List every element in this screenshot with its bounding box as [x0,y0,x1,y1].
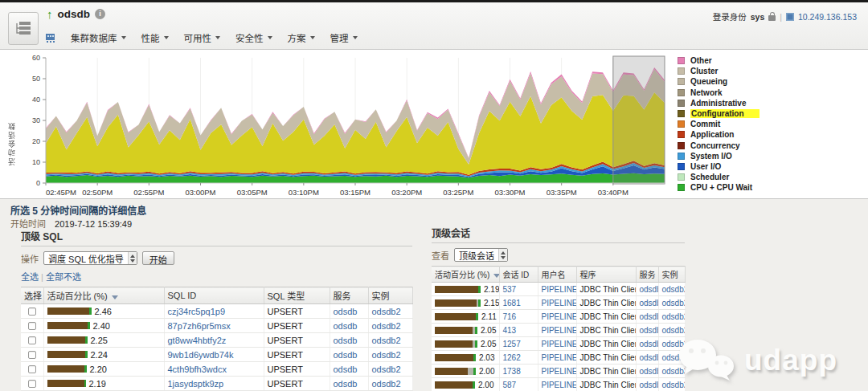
instance-link[interactable]: odsdb2 [372,307,401,316]
host-ip-link[interactable]: 10.249.136.153 [798,12,857,22]
service-link[interactable]: odsdb [334,307,358,316]
service-link[interactable]: odsdb [640,353,659,362]
instance-link[interactable]: odsdb2 [662,299,686,308]
sql_id-link[interactable]: 9wb1d6ywdb74k [168,350,234,360]
column-header-service[interactable]: 服务 [330,287,368,304]
instance-link[interactable]: odsdb2 [662,353,686,362]
instance-link[interactable]: odsdb2 [662,340,686,348]
session_id-link[interactable]: 587 [503,381,517,389]
row-checkbox[interactable] [28,380,36,388]
legend-item[interactable]: Network [678,88,840,98]
sessions-view-select[interactable]: 顶级会话 [454,248,508,262]
legend-item[interactable]: Administrative [678,98,840,108]
legend-item[interactable]: System I/O [678,151,840,161]
menu-item-2[interactable]: 性能 [141,31,169,44]
sql_id-link[interactable]: 4cth9bfh3wdcx [168,365,227,374]
column-header-service[interactable]: 服务 [636,267,658,283]
info-icon[interactable]: i [95,9,105,19]
sql_id-link[interactable]: gt8ww4hbtfy2z [168,336,227,345]
legend-item[interactable]: Configuration [678,108,840,119]
username-link[interactable]: PIPELINE [542,340,577,348]
service-link[interactable]: odsdb [640,326,659,335]
select-none-link[interactable]: 全部不选 [46,272,81,282]
service-link[interactable]: odsdb [640,285,659,294]
legend-item[interactable]: Application [678,129,840,140]
username-link[interactable]: PIPELINE [542,367,577,376]
legend-item[interactable]: User I/O [678,161,840,172]
legend-item[interactable]: Queueing [678,76,840,87]
column-header-activity[interactable]: 活动百分比 (%) [43,287,164,304]
sql_id-link[interactable]: 1jasydsptk9zp [168,379,224,389]
column-header-session_id[interactable]: 会话 ID [499,267,538,283]
username-link[interactable]: PIPELINE [542,299,577,308]
legend-item[interactable]: Scheduler [678,172,840,182]
legend-item[interactable]: Concurrency [678,141,840,151]
column-header-sql_id[interactable]: SQL ID [164,287,264,304]
menu-item-5[interactable]: 方案 [288,31,315,44]
service-link[interactable]: odsdb [640,312,659,321]
service-link[interactable]: odsdb [640,381,659,389]
column-header-program[interactable]: 程序 [576,267,636,283]
column-header-sql_type[interactable]: SQL 类型 [264,287,330,304]
session_id-link[interactable]: 1738 [503,367,521,376]
activity-stacked-area-chart[interactable]: 010203040506002:45PM02:50PM02:55PM03:00P… [17,53,669,199]
instance-link[interactable]: odsdb2 [662,381,686,389]
row-checkbox[interactable] [28,322,36,330]
service-link[interactable]: odsdb [640,299,659,308]
row-checkbox[interactable] [28,365,36,373]
column-header-activity[interactable]: 活动百分比 (%) [432,267,499,283]
session_id-link[interactable]: 716 [503,312,517,321]
service-link[interactable]: odsdb [334,365,358,374]
service-link[interactable]: odsdb [640,340,659,348]
session_id-link[interactable]: 537 [503,285,517,294]
chevron-down-icon [164,36,169,39]
session_id-link[interactable]: 1681 [503,299,521,308]
select-all-link[interactable]: 全选 [21,272,39,282]
column-header-username[interactable]: 用户名 [538,267,576,283]
legend-item[interactable]: Cluster [678,66,840,76]
instance-link[interactable]: odsdb2 [662,285,686,294]
bar-segment-green [85,336,88,344]
time-selection-box[interactable] [613,56,665,184]
row-checkbox[interactable] [28,336,36,344]
legend-item[interactable]: Commit [678,119,840,129]
menu-item-3[interactable]: 可用性 [184,31,221,44]
session_id-link[interactable]: 1257 [503,340,521,348]
column-header-instance[interactable]: 实例 [368,287,412,304]
column-header-select[interactable]: 选择 [21,287,43,304]
service-link[interactable]: odsdb [640,367,659,376]
start-button[interactable]: 开始 [142,251,174,265]
session_id-link[interactable]: 413 [503,326,517,335]
service-link[interactable]: odsdb [334,350,358,360]
instance-link[interactable]: odsdb2 [372,336,401,345]
service-link[interactable]: odsdb [334,321,358,331]
instance-link[interactable]: odsdb2 [662,312,686,321]
instance-link[interactable]: odsdb2 [662,326,686,335]
sql-action-select[interactable]: 调度 SQL 优化指导 [43,251,137,265]
username-link[interactable]: PIPELINE [542,381,577,389]
column-header-instance[interactable]: 实例 [658,267,685,283]
menu-item-1[interactable]: 集群数据库 [71,31,126,44]
instance-link[interactable]: odsdb3 [662,367,686,376]
instance-link[interactable]: odsdb2 [372,321,401,331]
row-checkbox[interactable] [28,351,36,359]
menu-item-6[interactable]: 管理 [330,31,358,44]
legend-item[interactable]: CPU + CPU Wait [678,182,840,193]
activity-value: 2.46 [95,307,112,316]
username-link[interactable]: PIPELINE [542,353,577,362]
instance-link[interactable]: odsdb2 [372,350,401,360]
service-link[interactable]: odsdb [334,336,358,345]
menu-item-4[interactable]: 安全性 [235,31,272,44]
session_id-link[interactable]: 1262 [503,353,521,362]
row-checkbox[interactable] [28,308,36,316]
navigation-tree-button[interactable] [8,12,39,45]
service-link[interactable]: odsdb [334,379,358,389]
username-link[interactable]: PIPELINE [542,285,577,294]
username-link[interactable]: PIPELINE [542,326,577,335]
instance-link[interactable]: odsdb2 [372,379,401,389]
sql_id-link[interactable]: 87p7zh6pr5msx [168,321,231,331]
instance-link[interactable]: odsdb2 [372,365,401,374]
legend-item[interactable]: Other [678,55,840,66]
username-link[interactable]: PIPELINE [542,312,577,321]
sql_id-link[interactable]: czj34rc5pq1p9 [168,307,226,316]
